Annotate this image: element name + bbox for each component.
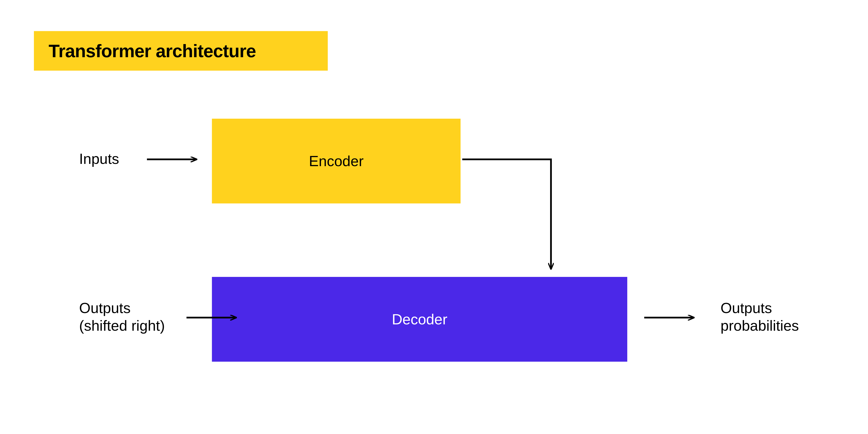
encoder-label: Encoder xyxy=(309,152,364,170)
outputs-line2: (shifted right) xyxy=(79,317,165,334)
outprob-line2: probabilities xyxy=(721,317,799,334)
outputs-shifted-label: Outputs (shifted right) xyxy=(79,300,165,335)
decoder-label: Decoder xyxy=(392,311,447,328)
inputs-label: Inputs xyxy=(79,150,119,168)
encoder-block: Encoder xyxy=(212,119,461,204)
arrow-encoder-to-decoder xyxy=(462,159,551,269)
decoder-block: Decoder xyxy=(212,277,627,362)
title-banner: Transformer architecture xyxy=(34,31,328,71)
outprob-line1: Outputs xyxy=(721,300,772,316)
title-text: Transformer architecture xyxy=(49,40,256,61)
outputs-line1: Outputs xyxy=(79,300,131,316)
outputs-probabilities-label: Outputs probabilities xyxy=(721,300,799,335)
inputs-label-text: Inputs xyxy=(79,150,119,167)
